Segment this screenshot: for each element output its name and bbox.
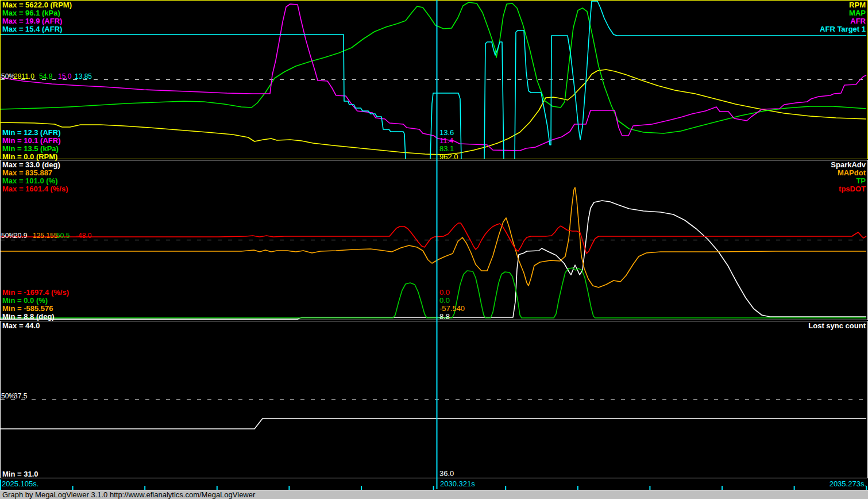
trace-rpm (0, 70, 866, 155)
legend-tp[interactable]: TP (856, 177, 866, 185)
p1-min-map: Min = 13.5 (kPa) (2, 145, 59, 153)
p1-cursor-afrtarget: 13.6 (439, 129, 454, 137)
p3-max-lostsync: Max = 44.0 (2, 322, 40, 330)
trace-afr (0, 4, 866, 151)
legend-sparkadv[interactable]: SparkAdv (831, 161, 866, 169)
legend-mapdot[interactable]: MAPdot (838, 169, 866, 177)
p1-cursor-map: 83.1 (439, 145, 454, 153)
p3-min-lostsync: Min = 31.0 (2, 470, 38, 478)
p2-max-mapdot: Max = 835.887 (2, 169, 52, 177)
p2-min-tp: Min = 0.0 (%) (2, 297, 48, 305)
p2-min-mapdot: Min = -585.576 (2, 305, 53, 313)
megalogviewer-graph-window: Max = 5622.0 (RPM) Max = 96.1 (kPa) Max … (0, 0, 868, 499)
legend-tpsdot[interactable]: tpsDOT (839, 185, 866, 193)
trace-lost-sync-count (0, 419, 866, 429)
trace-map (0, 2, 866, 133)
p1-fifty-label: 50% (1, 73, 15, 80)
p1-cursor-afr: 11.4 (439, 137, 453, 145)
p1-max-afrtarget: Max = 15.4 (AFR) (2, 25, 62, 33)
legend-rpm[interactable]: RPM (849, 1, 866, 9)
legend-map[interactable]: MAP (849, 9, 866, 17)
p2-cursor-tpsdot: 0.0 (439, 289, 450, 297)
legend-afr[interactable]: AFR (850, 17, 866, 25)
p3-fifty-label: 50% (1, 393, 15, 400)
p1-fifty-afrtarget: 13.85 (75, 73, 92, 80)
p2-max-tpsdot: Max = 1601.4 (%/s) (2, 185, 68, 193)
p2-max-sparkadv: Max = 33.0 (deg) (2, 161, 60, 169)
status-bar: Graph by MegaLogViewer 3.1.0 http://www.… (0, 490, 868, 499)
p2-fifty-sparkadv: 20.9 (14, 232, 27, 239)
time-start-label: 2025.105s. (2, 480, 38, 488)
legend-afr-target[interactable]: AFR Target 1 (820, 25, 866, 33)
p3-cursor-lostsync: 36.0 (439, 470, 454, 478)
p2-fifty-label: 50% (1, 232, 15, 239)
p2-fifty-mapdot: 125.155 (33, 232, 57, 239)
trace-tp (0, 268, 866, 318)
p1-min-rpm: Min = 0.0 (RPM) (2, 153, 57, 161)
p1-fifty-map: 54.8 (39, 73, 52, 80)
p2-min-sparkadv: Min = 8.8 (deg) (2, 313, 55, 321)
time-cursor-label: 2030.321s (440, 480, 475, 488)
time-end-label: 2035.273s. (830, 480, 866, 488)
p1-max-afr: Max = 19.9 (AFR) (2, 17, 62, 25)
p2-cursor-mapdot: -57.540 (439, 305, 465, 313)
p1-cursor-rpm: 962.0 (439, 153, 458, 161)
p1-fifty-afr: 15.0 (58, 73, 71, 80)
p1-min-afrtarget: Min = 12.3 (AFR) (2, 129, 61, 137)
trace-tpsdot (0, 223, 866, 254)
p2-min-tpsdot: Min = -1697.4 (%/s) (2, 289, 69, 297)
p3-fifty-lostsync: 37.5 (14, 393, 27, 400)
status-bar-text: Graph by MegaLogViewer 3.1.0 http://www.… (2, 491, 255, 499)
p1-max-map: Max = 96.1 (kPa) (2, 9, 60, 17)
p1-min-afr: Min = 10.1 (AFR) (2, 137, 61, 145)
p2-cursor-sparkadv: 8.8 (439, 313, 450, 321)
p1-fifty-rpm: 2811.0 (14, 73, 34, 80)
p2-fifty-tp: 50.5 (56, 232, 70, 239)
trace-sparkadv (0, 201, 866, 319)
time-axis[interactable]: 2025.105s. 2030.321s 2035.273s. (0, 479, 868, 490)
p2-max-tp: Max = 101.0 (%) (2, 177, 57, 185)
chart-canvas (0, 0, 868, 499)
p1-max-rpm: Max = 5622.0 (RPM) (2, 1, 72, 9)
legend-lost-sync-count[interactable]: Lost sync count (808, 322, 866, 330)
p2-cursor-tp: 0.0 (439, 297, 450, 305)
p2-fifty-tpsdot: -48.0 (76, 232, 91, 239)
